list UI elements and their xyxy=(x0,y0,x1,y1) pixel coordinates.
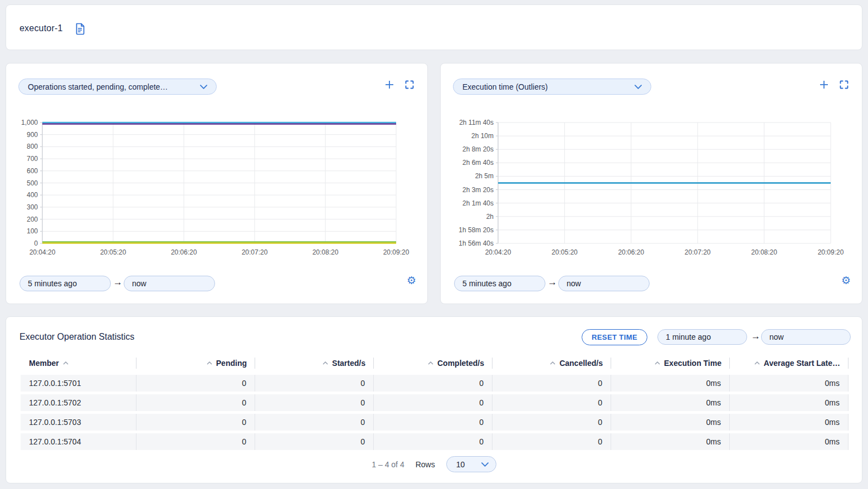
time-to-input[interactable] xyxy=(558,276,650,291)
executor-statistics-panel: Executor Operation Statistics RESET TIME… xyxy=(6,316,862,483)
column-header-pending[interactable]: Pending xyxy=(136,358,255,369)
add-chart-button[interactable] xyxy=(385,80,394,89)
svg-text:200: 200 xyxy=(27,216,38,223)
value-cell: 0ms xyxy=(730,394,849,411)
entity-header-card: executor-1 xyxy=(6,4,862,50)
member-cell: 127.0.0.1:5702 xyxy=(21,394,136,411)
value-cell: 0ms xyxy=(730,433,849,450)
svg-text:20:06:20: 20:06:20 xyxy=(171,248,197,256)
stats-table-body: 127.0.0.1:570100000ms0ms127.0.0.1:570200… xyxy=(21,375,849,450)
rows-per-page-value: 10 xyxy=(456,460,465,469)
svg-text:20:09:20: 20:09:20 xyxy=(383,248,409,256)
panel-title: Executor Operation Statistics xyxy=(19,332,134,342)
chevron-down-icon xyxy=(635,85,642,89)
fullscreen-icon[interactable] xyxy=(405,80,414,89)
value-cell: 0 xyxy=(374,414,492,431)
column-header-average-start-late[interactable]: Average Start Late… xyxy=(730,358,849,369)
value-cell: 0ms xyxy=(730,414,849,431)
svg-text:500: 500 xyxy=(27,179,38,187)
chart-panel-execution-time: Execution time (Outliers) 2h 11m 40s2h 1… xyxy=(440,63,862,304)
svg-text:20:04:20: 20:04:20 xyxy=(485,248,511,256)
svg-text:20:08:20: 20:08:20 xyxy=(313,248,339,256)
value-cell: 0ms xyxy=(611,414,730,431)
table-row[interactable]: 127.0.0.1:570200000ms0ms xyxy=(21,394,849,411)
value-cell: 0 xyxy=(136,394,255,411)
svg-text:20:05:20: 20:05:20 xyxy=(552,248,578,256)
svg-text:20:07:20: 20:07:20 xyxy=(685,248,711,256)
svg-text:2h 5m: 2h 5m xyxy=(475,172,494,180)
svg-text:20:09:20: 20:09:20 xyxy=(818,248,844,256)
rows-per-page-select[interactable]: 10 xyxy=(446,456,496,472)
svg-text:2h 10m: 2h 10m xyxy=(471,132,494,140)
value-cell: 0 xyxy=(136,433,255,450)
svg-text:100: 100 xyxy=(27,227,38,235)
column-header-started-s[interactable]: Started/s xyxy=(255,358,374,369)
member-cell: 127.0.0.1:5701 xyxy=(21,375,136,392)
svg-text:20:05:20: 20:05:20 xyxy=(100,248,126,256)
pagination-range: 1 – 4 of 4 xyxy=(372,460,404,469)
value-cell: 0ms xyxy=(611,433,730,450)
value-cell: 0 xyxy=(255,375,374,392)
svg-text:800: 800 xyxy=(27,143,38,150)
stats-time-from-input[interactable] xyxy=(657,329,747,345)
svg-text:2h 8m 20s: 2h 8m 20s xyxy=(462,145,494,153)
metric-select-operations[interactable]: Operations started, pending, complete… xyxy=(18,79,217,95)
svg-text:1h 56m 40s: 1h 56m 40s xyxy=(459,239,494,247)
svg-text:20:08:20: 20:08:20 xyxy=(751,248,777,256)
settings-gear-icon[interactable]: ⚙ xyxy=(407,275,416,286)
value-cell: 0 xyxy=(255,414,374,431)
rows-per-page-label: Rows xyxy=(416,460,435,469)
svg-text:20:07:20: 20:07:20 xyxy=(242,248,268,256)
chevron-down-icon xyxy=(481,462,489,467)
column-header-execution-time[interactable]: Execution Time xyxy=(611,358,730,369)
value-cell: 0 xyxy=(255,433,374,450)
svg-text:1h 58m 20s: 1h 58m 20s xyxy=(459,226,494,234)
table-row[interactable]: 127.0.0.1:570100000ms0ms xyxy=(21,375,849,392)
stats-table: MemberPendingStarted/sCompleted/sCancell… xyxy=(21,355,849,453)
execution-time-chart: 2h 11m 40s2h 10m2h 8m 20s2h 6m 40s2h 5m2… xyxy=(441,117,863,262)
column-header-cancelled-s[interactable]: Cancelled/s xyxy=(492,358,611,369)
metric-select-label: Execution time (Outliers) xyxy=(462,82,548,91)
value-cell: 0ms xyxy=(611,375,730,392)
value-cell: 0 xyxy=(492,375,611,392)
member-cell: 127.0.0.1:5703 xyxy=(21,414,136,431)
svg-text:400: 400 xyxy=(27,191,38,199)
member-cell: 127.0.0.1:5704 xyxy=(21,433,136,450)
value-cell: 0 xyxy=(492,414,611,431)
value-cell: 0 xyxy=(374,375,492,392)
svg-text:1,000: 1,000 xyxy=(21,119,38,126)
svg-text:2h 1m 40s: 2h 1m 40s xyxy=(462,199,494,207)
document-icon[interactable] xyxy=(74,23,85,35)
svg-text:0: 0 xyxy=(34,239,38,247)
stats-table-header: MemberPendingStarted/sCompleted/sCancell… xyxy=(21,355,849,371)
metric-select-label: Operations started, pending, complete… xyxy=(28,82,168,91)
arrow-right-icon: → xyxy=(751,331,760,342)
fullscreen-icon[interactable] xyxy=(840,80,849,89)
value-cell: 0 xyxy=(136,375,255,392)
time-to-input[interactable] xyxy=(124,276,215,291)
operations-chart: 1,000900800700600500400300200100020:04:2… xyxy=(6,117,428,262)
value-cell: 0 xyxy=(255,394,374,411)
value-cell: 0 xyxy=(374,433,492,450)
arrow-right-icon: → xyxy=(548,277,557,288)
svg-text:700: 700 xyxy=(27,155,38,163)
stats-time-to-input[interactable] xyxy=(761,329,851,345)
add-chart-button[interactable] xyxy=(820,80,828,89)
value-cell: 0 xyxy=(492,394,611,411)
table-row[interactable]: 127.0.0.1:570400000ms0ms xyxy=(21,433,849,450)
time-from-input[interactable] xyxy=(19,276,111,291)
table-row[interactable]: 127.0.0.1:570300000ms0ms xyxy=(21,414,849,431)
value-cell: 0ms xyxy=(730,375,849,392)
chevron-down-icon xyxy=(200,85,207,89)
svg-text:20:04:20: 20:04:20 xyxy=(30,248,56,256)
reset-time-button[interactable]: RESET TIME xyxy=(582,329,647,345)
value-cell: 0ms xyxy=(611,394,730,411)
svg-text:600: 600 xyxy=(27,167,38,175)
column-header-completed-s[interactable]: Completed/s xyxy=(374,358,492,369)
settings-gear-icon[interactable]: ⚙ xyxy=(841,275,851,286)
svg-text:2h 11m 40s: 2h 11m 40s xyxy=(459,119,494,126)
column-header-member[interactable]: Member xyxy=(21,358,136,369)
metric-select-execution-time[interactable]: Execution time (Outliers) xyxy=(453,79,651,95)
value-cell: 0 xyxy=(374,394,492,411)
time-from-input[interactable] xyxy=(454,276,545,291)
